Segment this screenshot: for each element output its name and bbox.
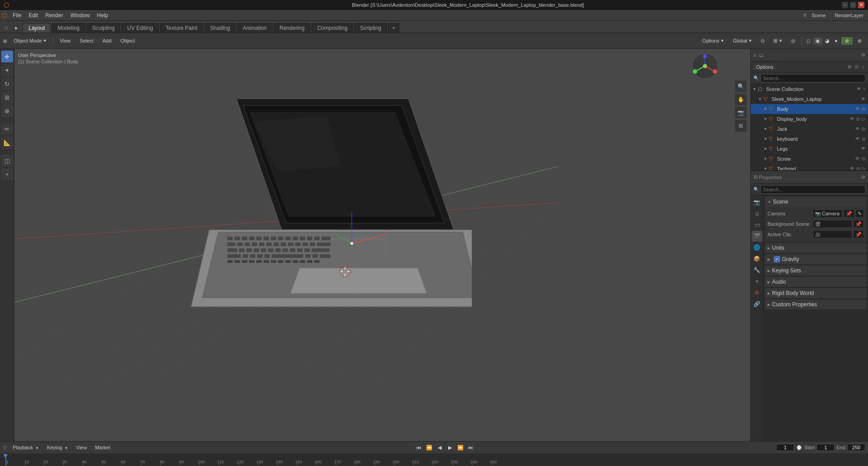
units-section-header[interactable]: ▶ Units <box>765 243 867 253</box>
material-preview-btn[interactable]: ◕ <box>823 37 832 45</box>
engine-dropdown[interactable]: Scene <box>809 12 828 19</box>
collection-btn[interactable]: ⊞ <box>735 120 747 132</box>
end-frame-input[interactable] <box>847 444 865 451</box>
props-search-input[interactable] <box>761 185 865 194</box>
tree-item-body[interactable]: ▼ ▽ Body 👁 ◎ <box>751 104 868 114</box>
tab-texture-paint[interactable]: Texture Paint <box>160 23 203 33</box>
view-icon[interactable]: 👁 <box>855 136 860 141</box>
view-icon[interactable]: 👁 <box>861 146 866 151</box>
jump-end-btn[interactable]: ⏭ <box>466 443 475 452</box>
wireframe-btn[interactable]: ◻ <box>804 37 813 45</box>
view-icon[interactable]: 👁 <box>855 126 860 131</box>
tab-add[interactable]: + <box>388 23 399 33</box>
render-icon[interactable]: ◎ <box>861 106 866 111</box>
extra-icon[interactable]: ▷ <box>862 166 866 170</box>
measure-tool[interactable]: 📐 <box>1 137 13 148</box>
current-frame-input[interactable] <box>776 444 794 451</box>
overlay-btn[interactable]: ⊕ <box>841 37 853 45</box>
marker-btn[interactable]: Marker <box>92 444 113 451</box>
tab-uv-editing[interactable]: UV Editing <box>121 23 159 33</box>
menu-help[interactable]: Help <box>93 11 112 19</box>
cursor-tool[interactable]: ✛ <box>1 51 13 62</box>
annotate-tool[interactable]: ✏ <box>1 123 13 135</box>
camera-pick-btn[interactable]: 📌 <box>844 209 854 218</box>
proportional-btn[interactable]: ◎ <box>787 37 799 45</box>
bg-scene-value[interactable]: 🎬 <box>813 220 852 228</box>
move-tool[interactable]: ✦ <box>1 64 13 76</box>
props-tab-view-layer[interactable]: 🗃 <box>752 219 762 230</box>
navigation-gizmo[interactable]: Z X Y <box>691 52 719 80</box>
timeline-view-btn[interactable]: View <box>73 444 90 451</box>
play-back-btn[interactable]: ◀ <box>435 443 444 452</box>
rendered-btn[interactable]: ● <box>832 37 840 45</box>
extra-icon[interactable]: ▷ <box>862 116 866 121</box>
tab-animation[interactable]: Animation <box>237 23 273 33</box>
render-icon[interactable]: ◎ <box>861 156 866 161</box>
add-cube-tool[interactable]: ◫ <box>1 155 13 166</box>
menu-edit[interactable]: Edit <box>25 11 42 19</box>
tree-item-jack[interactable]: ▼ ▽ Jack 👁 ◎ <box>751 124 868 134</box>
tree-item-tachpad[interactable]: ▼ ▽ Tachpad 👁 ◎ ▷ <box>751 164 868 170</box>
menu-render[interactable]: Render <box>42 11 67 19</box>
transform-tool[interactable]: ⊕ <box>1 105 13 117</box>
playback-btn[interactable]: Playback ▼ <box>10 444 42 451</box>
outliner-search-input[interactable] <box>761 74 865 82</box>
keying-sets-section-header[interactable]: ▶ Keying Sets <box>765 266 867 276</box>
render-icon[interactable]: ◎ <box>856 166 861 170</box>
view-icon[interactable]: 👁 <box>855 156 860 161</box>
gravity-checkbox[interactable]: ✓ <box>774 256 780 262</box>
menu-window[interactable]: Window <box>67 11 93 19</box>
minimize-button[interactable]: – <box>842 2 848 8</box>
tab-sculpting[interactable]: Sculpting <box>86 23 120 33</box>
custom-props-section-header[interactable]: ▶ Custom Properties <box>765 300 867 309</box>
tab-scripting[interactable]: Scripting <box>354 23 387 33</box>
tab-compositing[interactable]: Compositing <box>312 23 354 33</box>
tree-item-sleek-modern-laptop[interactable]: ▼ ▽ Sleek_Modern_Laptop 👁 <box>751 94 868 104</box>
maximize-button[interactable]: □ <box>850 2 856 8</box>
outliner-filter-btn[interactable]: ⊟ <box>854 64 859 69</box>
step-forward-btn[interactable]: ⏩ <box>456 443 465 452</box>
add-tool[interactable]: + <box>1 168 13 180</box>
camera-perspective-btn[interactable]: 📷 <box>735 107 747 119</box>
zoom-in-btn[interactable]: 🔍 <box>735 81 747 92</box>
props-tab-particles[interactable]: ✦ <box>752 276 762 287</box>
outliner-view-icon[interactable]: ⊞ <box>847 64 852 69</box>
gravity-section-header[interactable]: ▶ ✓ Gravity <box>765 254 867 264</box>
audio-section-header[interactable]: ▶ Audio <box>765 277 867 287</box>
props-tab-constraints[interactable]: 🔗 <box>752 299 762 309</box>
jump-start-btn[interactable]: ⏮ <box>414 443 423 452</box>
props-tab-output[interactable]: 🖨 <box>752 208 762 219</box>
active-clip-pick-btn[interactable]: 📌 <box>853 230 864 238</box>
props-tab-render[interactable]: 📷 <box>752 197 762 208</box>
outliner-filter-icon[interactable]: ⚙ <box>861 52 865 57</box>
tab-modeling[interactable]: Modeling <box>52 23 86 33</box>
add-menu-btn[interactable]: Add <box>99 37 115 44</box>
view-icon[interactable]: 👁 <box>861 96 866 101</box>
renderlayer-dropdown[interactable]: RenderLayer <box>832 12 866 19</box>
camera-edit-btn[interactable]: ✎ <box>855 209 864 218</box>
xray-btn[interactable]: ⊗ <box>854 37 865 45</box>
play-btn[interactable]: ▶ <box>446 443 455 452</box>
bg-scene-pick-btn[interactable]: 📌 <box>853 220 864 228</box>
scene-section-header[interactable]: ▼ Scene <box>765 197 867 207</box>
props-tab-world[interactable]: 🌐 <box>752 242 762 253</box>
outliner-sort-icon[interactable]: ↕ <box>861 64 865 69</box>
render-icon[interactable]: ◎ <box>856 116 861 121</box>
view-icon[interactable]: 👁 <box>855 106 860 111</box>
viewport-options-btn[interactable]: Options ▼ <box>699 37 728 44</box>
tree-item-legs[interactable]: ▼ ▽ Legs 👁 <box>751 144 868 154</box>
exclude-icon[interactable]: ○ <box>863 86 866 91</box>
rotate-tool[interactable]: ↻ <box>1 78 13 90</box>
new-workspace-btn[interactable]: ▶ <box>12 24 21 33</box>
select-menu-btn[interactable]: Select <box>76 37 97 44</box>
camera-value[interactable]: 📷 Camera <box>813 209 843 218</box>
global-dropdown[interactable]: Global ▼ <box>729 37 756 44</box>
tab-layout[interactable]: Layout <box>23 23 51 33</box>
view-icon[interactable]: 👁 <box>849 166 855 170</box>
tree-item-screw[interactable]: ▼ ▽ Screw 👁 ◎ <box>751 154 868 164</box>
start-frame-input[interactable] <box>816 444 834 451</box>
active-clip-value[interactable]: 🎥 <box>813 230 852 238</box>
menu-file[interactable]: File <box>9 11 25 19</box>
timeline-ruler[interactable]: 1 10 20 30 40 50 60 70 80 90 <box>0 454 868 466</box>
object-menu-btn[interactable]: Object <box>117 37 139 44</box>
